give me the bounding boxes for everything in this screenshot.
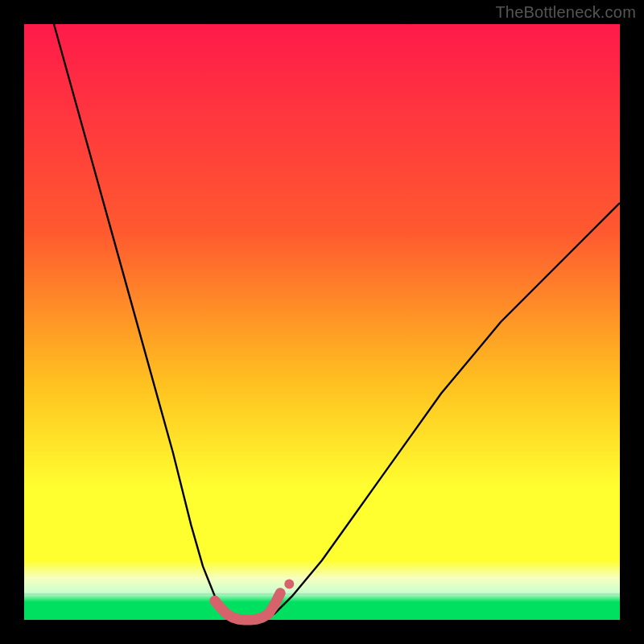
gradient-panel [24,24,620,620]
green-band-edge [24,593,620,595]
attribution-label: TheBottleneck.com [495,3,636,22]
optimal-range-end-dot [284,580,294,589]
bottleneck-plot [0,0,644,644]
chart-stage: TheBottleneck.com [0,0,644,644]
